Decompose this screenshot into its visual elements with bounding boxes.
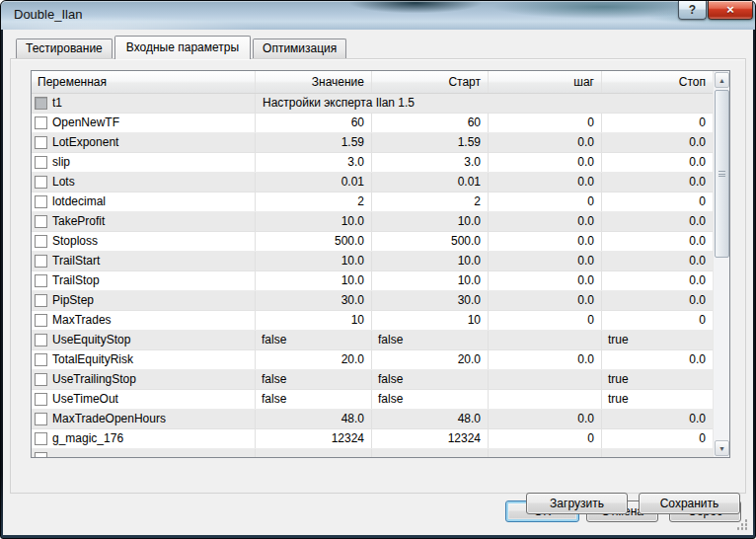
scrollbar-grip-icon xyxy=(718,171,725,177)
table-row[interactable]: Lots0.010.010.00.0 xyxy=(32,173,713,192)
param-start-cell: 60 xyxy=(372,114,489,132)
row-checkbox[interactable] xyxy=(35,176,47,189)
table-row[interactable]: TotalEquityRisk20.020.00.00.0 xyxy=(32,350,713,370)
param-step-cell: 0.0 xyxy=(489,350,602,369)
param-start-cell: 3.0 xyxy=(372,153,489,172)
row-checkbox[interactable] xyxy=(35,413,47,425)
column-header-step[interactable]: шаг xyxy=(489,71,602,93)
param-value-cell: 1.59 xyxy=(256,133,372,152)
row-checkbox[interactable] xyxy=(35,215,47,228)
param-step-cell: 0.0 xyxy=(489,133,602,152)
row-checkbox[interactable] xyxy=(35,97,47,110)
param-name: MaxTradeOpenHours xyxy=(52,410,166,428)
param-name: MaxTrades xyxy=(52,311,112,330)
scrollbar-thumb[interactable] xyxy=(715,90,729,258)
scroll-down-icon[interactable]: ▼ xyxy=(715,440,729,456)
table-row[interactable]: Stoploss500.0500.00.00.0 xyxy=(32,232,713,252)
help-icon: ? xyxy=(689,3,696,17)
row-checkbox[interactable] xyxy=(35,353,47,366)
title-bar[interactable]: Double_Ilan ? × xyxy=(1,1,755,30)
param-name: Lots xyxy=(52,173,75,192)
tab-testing[interactable]: Тестирование xyxy=(16,38,113,58)
param-value-cell: 30.0 xyxy=(256,291,372,310)
table-row[interactable]: slip3.03.00.00.0 xyxy=(32,153,713,173)
param-stop-cell: 0.0 xyxy=(602,350,713,369)
param-start-cell: 2 xyxy=(372,192,489,211)
tab-input-parameters[interactable]: Входные параметры xyxy=(114,36,251,59)
scroll-up-icon[interactable]: ▲ xyxy=(715,72,729,88)
param-start-cell: false xyxy=(372,331,489,349)
row-checkbox[interactable] xyxy=(35,255,47,268)
help-button[interactable]: ? xyxy=(678,1,707,20)
tab-page-input-parameters: Переменная Значение Старт шаг Стоп t1Нас… xyxy=(10,58,746,494)
table-row[interactable]: PipStep30.030.00.00.0 xyxy=(32,291,713,311)
save-button[interactable]: Сохранить xyxy=(639,493,740,514)
table-row[interactable]: TakeProfit10.010.00.00.0 xyxy=(32,212,713,232)
load-button[interactable]: Загрузить xyxy=(526,493,628,514)
param-stop-cell: 0.0 xyxy=(602,252,713,270)
table-row[interactable] xyxy=(32,449,713,457)
column-header-value[interactable]: Значение xyxy=(256,71,372,93)
row-checkbox[interactable] xyxy=(35,274,47,287)
resize-grip[interactable] xyxy=(737,519,748,530)
row-checkbox[interactable] xyxy=(35,116,47,129)
param-name: slip xyxy=(52,153,70,172)
table-row[interactable]: OpenNewTF606000 xyxy=(32,114,713,133)
param-start-cell: 20.0 xyxy=(372,350,489,369)
vertical-scrollbar[interactable]: ▲ ▼ xyxy=(713,71,729,457)
param-stop-cell xyxy=(602,449,713,457)
table-row[interactable]: MaxTrades101000 xyxy=(32,311,713,331)
param-name: TrailStop xyxy=(52,271,100,290)
param-step-cell xyxy=(489,331,602,349)
param-stop-cell: 0.0 xyxy=(602,271,713,290)
param-step-cell: 0.0 xyxy=(489,271,602,290)
close-button[interactable]: × xyxy=(708,1,753,20)
row-checkbox[interactable] xyxy=(35,294,47,307)
param-stop-cell: 0 xyxy=(602,311,713,330)
row-checkbox[interactable] xyxy=(35,432,47,445)
row-checkbox[interactable] xyxy=(35,195,47,208)
param-name: UseTimeOut xyxy=(52,390,118,409)
param-value-cell: false xyxy=(256,370,372,389)
row-checkbox[interactable] xyxy=(35,373,47,386)
param-value-cell: 10.0 xyxy=(256,212,372,231)
column-header-variable[interactable]: Переменная xyxy=(32,71,256,93)
table-row[interactable]: TrailStop10.010.00.00.0 xyxy=(32,271,713,291)
table-row[interactable]: UseEquityStopfalsefalsetrue xyxy=(32,331,713,350)
param-step-cell: 0 xyxy=(489,429,602,448)
param-start-cell: 10.0 xyxy=(372,271,489,290)
param-name-cell: Stoploss xyxy=(32,232,256,251)
param-start-cell: false xyxy=(372,370,489,389)
row-checkbox[interactable] xyxy=(35,136,47,149)
row-checkbox[interactable] xyxy=(35,334,47,346)
param-value-cell: 20.0 xyxy=(256,350,372,369)
table-row[interactable]: TrailStart10.010.00.00.0 xyxy=(32,252,713,271)
column-header-stop[interactable]: Стоп xyxy=(602,71,713,93)
row-checkbox[interactable] xyxy=(35,235,47,248)
param-value-cell: 2 xyxy=(256,192,372,211)
param-stop-cell: 0.0 xyxy=(602,153,713,172)
param-step-cell xyxy=(489,449,602,457)
parameters-table: Переменная Значение Старт шаг Стоп t1Нас… xyxy=(31,70,730,458)
param-name-cell: TakeProfit xyxy=(32,212,256,231)
table-row[interactable]: t1Настройки эксперта Ilan 1.5 xyxy=(32,94,713,114)
table-row[interactable]: LotExponent1.591.590.00.0 xyxy=(32,133,713,153)
column-header-start[interactable]: Старт xyxy=(372,71,489,93)
param-start-cell: 500.0 xyxy=(372,232,489,251)
window-title: Double_Ilan xyxy=(14,7,82,22)
table-row[interactable]: lotdecimal2200 xyxy=(32,192,713,212)
table-row[interactable]: MaxTradeOpenHours48.048.00.00.0 xyxy=(32,410,713,429)
param-name-cell: UseTrailingStop xyxy=(32,370,256,389)
row-checkbox[interactable] xyxy=(35,156,47,169)
table-row[interactable]: UseTimeOutfalsefalsetrue xyxy=(32,390,713,410)
table-row[interactable]: UseTrailingStopfalsefalsetrue xyxy=(32,370,713,390)
row-checkbox[interactable] xyxy=(35,393,47,406)
param-value-cell: 0.01 xyxy=(256,173,372,192)
tab-optimization[interactable]: Оптимизация xyxy=(253,38,346,58)
param-stop-cell: 0 xyxy=(602,192,713,211)
param-step-cell: 0.0 xyxy=(489,153,602,172)
table-row[interactable]: g_magic_176123241232400 xyxy=(32,429,713,449)
row-checkbox[interactable] xyxy=(35,452,47,457)
row-checkbox[interactable] xyxy=(35,314,47,327)
param-name: lotdecimal xyxy=(52,192,106,211)
